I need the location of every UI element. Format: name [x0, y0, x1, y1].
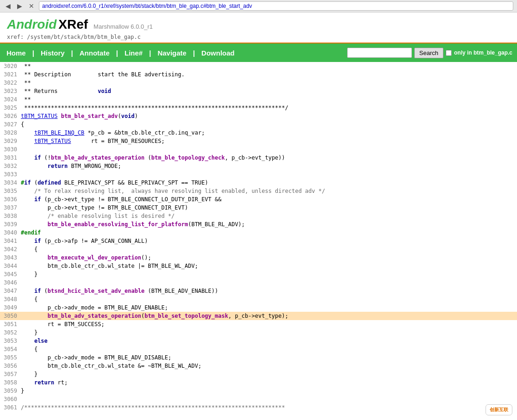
search-button[interactable]: Search: [414, 48, 443, 58]
line-content: return rt;: [21, 378, 517, 387]
line-content: btm_ble_adv_states_operation(btm_ble_set…: [21, 312, 517, 320]
line-number[interactable]: 3037: [0, 204, 21, 212]
line-number[interactable]: 3036: [0, 195, 21, 204]
table-row: 3044 btm_cb.ble_ctr_cb.wl_state |= BTM_B…: [0, 262, 517, 270]
line-number[interactable]: 3046: [0, 278, 21, 287]
line-number[interactable]: 3031: [0, 154, 21, 162]
line-number[interactable]: 3060: [0, 395, 21, 403]
search-input[interactable]: [347, 48, 412, 58]
line-number[interactable]: 3032: [0, 162, 21, 170]
line-number[interactable]: 3059: [0, 387, 21, 395]
table-row: 3047 if (btsnd_hcic_ble_set_adv_enable (…: [0, 287, 517, 295]
line-number[interactable]: 3021: [0, 70, 21, 79]
line-content: }: [21, 328, 517, 337]
table-row: 3048 {: [0, 295, 517, 303]
line-number[interactable]: 3048: [0, 295, 21, 303]
line-number[interactable]: 3050: [0, 312, 21, 320]
line-number[interactable]: 3051: [0, 320, 21, 328]
line-number[interactable]: 3054: [0, 345, 21, 353]
line-number[interactable]: 3029: [0, 137, 21, 145]
line-number[interactable]: 3038: [0, 212, 21, 220]
line-number[interactable]: 3042: [0, 245, 21, 253]
line-number[interactable]: 3027: [0, 120, 21, 129]
breadcrumb: xref: /system/bt/stack/btm/btm_ble_gap.c: [7, 34, 510, 40]
footer-logo: 创新互联: [486, 404, 512, 412]
only-in-checkbox[interactable]: [446, 50, 452, 56]
table-row: 3045 }: [0, 270, 517, 278]
line-number[interactable]: 3053: [0, 337, 21, 345]
line-number[interactable]: 3023: [0, 87, 21, 95]
nav-navigate[interactable]: Navigate: [151, 44, 193, 62]
line-number[interactable]: 3035: [0, 187, 21, 195]
logo-xref: XRef: [58, 17, 88, 32]
line-number[interactable]: 3052: [0, 328, 21, 337]
logo-version: Marshmallow 6.0.0_r1: [93, 23, 153, 30]
table-row: 3034#if (defined BLE_PRIVACY_SPT && BLE_…: [0, 179, 517, 187]
line-number[interactable]: 3033: [0, 170, 21, 179]
table-row: 3038 /* enable resolving list is desired…: [0, 212, 517, 220]
line-number[interactable]: 3049: [0, 303, 21, 312]
nav-lineno[interactable]: Line#: [118, 44, 149, 62]
line-number[interactable]: 3047: [0, 287, 21, 295]
table-row: 3023 ** Returns void: [0, 87, 517, 95]
line-content: btm_ble_enable_resolving_list_for_platfo…: [21, 220, 517, 229]
nav-home[interactable]: Home: [0, 44, 32, 62]
line-number[interactable]: 3057: [0, 370, 21, 378]
table-row: 3021 ** Description start the BLE advert…: [0, 70, 517, 79]
line-number[interactable]: 3034: [0, 179, 21, 187]
table-row: 3039 btm_ble_enable_resolving_list_for_p…: [0, 220, 517, 229]
line-number[interactable]: 3043: [0, 253, 21, 262]
line-number[interactable]: 3040: [0, 229, 21, 237]
line-content: ** Description start the BLE advertising…: [21, 70, 517, 79]
nav-annotate[interactable]: Annotate: [73, 44, 116, 62]
line-number[interactable]: 3055: [0, 353, 21, 362]
table-row: 3061/***********************************…: [0, 403, 517, 412]
table-row: 3031 if (!btm_ble_adv_states_operation (…: [0, 154, 517, 162]
back-button[interactable]: ◀: [4, 1, 12, 11]
line-number[interactable]: 3056: [0, 362, 21, 370]
table-row: 3053 else: [0, 337, 517, 345]
line-number[interactable]: 3026: [0, 112, 21, 120]
code-area: 3020 **3021 ** Description start the BLE…: [0, 62, 517, 412]
nav-history[interactable]: History: [34, 44, 71, 62]
line-number[interactable]: 3041: [0, 237, 21, 245]
line-number[interactable]: 3039: [0, 220, 21, 229]
url-bar[interactable]: androidxref.com/6.0.0_r1/xref/system/bt/…: [39, 1, 513, 11]
table-row: 3051 rt = BTM_SUCCESS;: [0, 320, 517, 328]
table-row: 3026tBTM_STATUS btm_ble_start_adv(void): [0, 112, 517, 120]
line-content: ****************************************…: [21, 104, 517, 112]
line-content: if (!btm_ble_adv_states_operation (btm_b…: [21, 154, 517, 162]
table-row: 3043 btm_execute_wl_dev_operation();: [0, 253, 517, 262]
only-in-label: only in btm_ble_gap.c: [454, 49, 512, 56]
line-number[interactable]: 3024: [0, 95, 21, 104]
table-row: 3024 **: [0, 95, 517, 104]
line-content: tBTM_BLE_INQ_CB *p_cb = &btm_cb.ble_ctr_…: [21, 129, 517, 137]
line-number[interactable]: 3030: [0, 145, 21, 154]
line-number[interactable]: 3045: [0, 270, 21, 278]
line-content: p_cb->adv_mode = BTM_BLE_ADV_DISABLE;: [21, 353, 517, 362]
line-number[interactable]: 3020: [0, 62, 21, 70]
line-content: }: [21, 370, 517, 378]
line-content: {: [21, 345, 517, 353]
line-content: }: [21, 387, 517, 395]
line-number[interactable]: 3025: [0, 104, 21, 112]
line-content: if (btsnd_hcic_ble_set_adv_enable (BTM_B…: [21, 287, 517, 295]
table-row: 3054 {: [0, 345, 517, 353]
line-number[interactable]: 3028: [0, 129, 21, 137]
line-number[interactable]: 3061: [0, 403, 21, 412]
forward-button[interactable]: ▶: [15, 1, 24, 11]
line-content: #if (defined BLE_PRIVACY_SPT && BLE_PRIV…: [21, 179, 517, 187]
line-number[interactable]: 3058: [0, 378, 21, 387]
close-button[interactable]: ✕: [27, 1, 36, 11]
line-content: p_cb->adv_mode = BTM_BLE_ADV_ENABLE;: [21, 303, 517, 312]
browser-bar: ◀ ▶ ✕ androidxref.com/6.0.0_r1/xref/syst…: [0, 0, 517, 12]
line-number[interactable]: 3044: [0, 262, 21, 270]
line-content: **: [21, 95, 517, 104]
table-row: 3027{: [0, 120, 517, 129]
table-row: 3029 tBTM_STATUS rt = BTM_NO_RESOURCES;: [0, 137, 517, 145]
line-content: return BTM_WRONG_MODE;: [21, 162, 517, 170]
line-number[interactable]: 3022: [0, 79, 21, 87]
table-row: 3059}: [0, 387, 517, 395]
line-content: else: [21, 337, 517, 345]
nav-download[interactable]: Download: [195, 44, 241, 62]
